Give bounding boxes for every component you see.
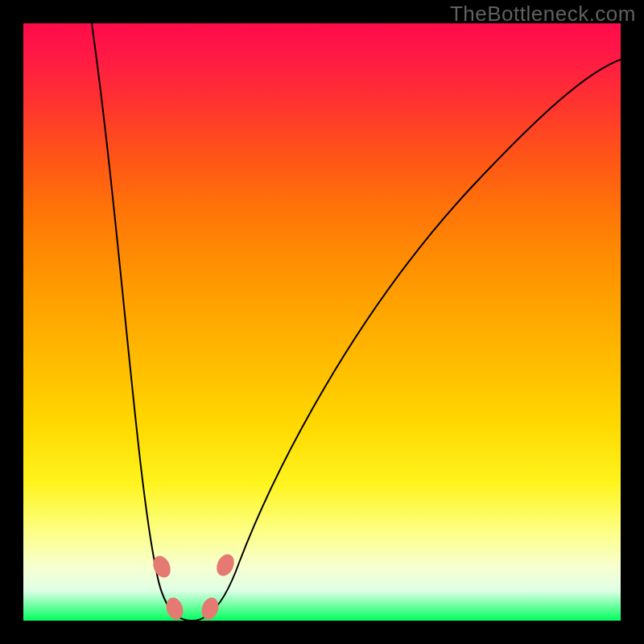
- bottleneck-curve: [92, 23, 621, 621]
- bottleneck-chart-svg: [23, 23, 621, 621]
- chart-area: [23, 23, 621, 621]
- curve-markers: [150, 551, 237, 621]
- watermark-text: TheBottleneck.com: [450, 2, 636, 27]
- curve-marker-right-lower: [199, 596, 221, 621]
- curve-marker-left-lower: [163, 596, 186, 621]
